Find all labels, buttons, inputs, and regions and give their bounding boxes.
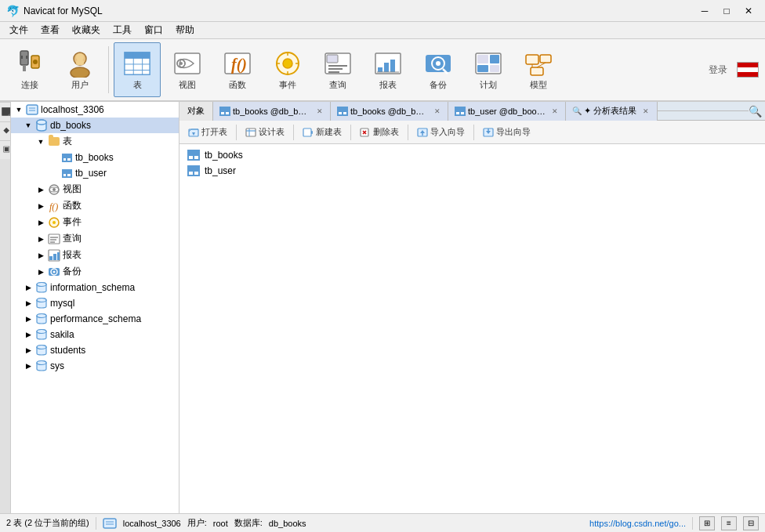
- menubar-item-帮助[interactable]: 帮助: [169, 22, 201, 38]
- query-button[interactable]: 查询: [314, 42, 361, 97]
- tree-perf-schema[interactable]: ▶ performance_schema: [11, 311, 179, 327]
- tab-tb-books-2[interactable]: tb_books @db_book... ✕: [331, 102, 448, 121]
- tree-expand-sakila[interactable]: ▶: [24, 330, 33, 339]
- tree-expand-query[interactable]: ▶: [36, 234, 45, 244]
- report-button[interactable]: 报表: [364, 42, 412, 97]
- plan-icon: [474, 49, 502, 78]
- tree-connection[interactable]: ▼ localhost_3306: [11, 102, 179, 118]
- tree-info-schema[interactable]: ▶ information_schema: [11, 280, 179, 295]
- mysql-icon: [35, 297, 48, 309]
- tree-expand-sys[interactable]: ▶: [24, 361, 33, 371]
- obj-label: 对象: [179, 102, 213, 121]
- tree-expand-mysql[interactable]: ▶: [24, 299, 33, 308]
- database-icon: [35, 119, 48, 132]
- table-button[interactable]: 表: [114, 42, 161, 97]
- new-table-button[interactable]: 新建表: [297, 123, 347, 142]
- tree-sakila[interactable]: ▶ sakila: [11, 327, 179, 342]
- tree-expand-table[interactable]: ▼: [36, 137, 45, 147]
- func-button[interactable]: f() 函数: [214, 42, 261, 97]
- tab-close-3[interactable]: ✕: [550, 107, 559, 116]
- close-button[interactable]: ✕: [738, 3, 759, 19]
- event-button[interactable]: 事件: [264, 42, 311, 97]
- tree-backup-folder[interactable]: ▶ 备份: [11, 263, 179, 280]
- tb-books-icon: [60, 151, 73, 164]
- content-area: 对象 tb_books @db_book... ✕ tb_books @db_b…: [179, 102, 765, 513]
- svg-text:f(): f(): [231, 56, 247, 74]
- tree-view-folder[interactable]: ▶ 视图: [11, 181, 179, 197]
- tree-database[interactable]: ▼ db_books: [11, 118, 179, 133]
- edge-tab-1[interactable]: ⬛: [0, 102, 10, 121]
- tab-search-button[interactable]: 🔍: [749, 105, 762, 118]
- user-button[interactable]: 用户: [56, 42, 103, 97]
- tree-expand-backup[interactable]: ▶: [36, 267, 45, 277]
- minimize-button[interactable]: ─: [694, 3, 715, 19]
- delete-table-button[interactable]: 删除表: [354, 123, 404, 142]
- tree-expand-report[interactable]: ▶: [36, 251, 45, 260]
- tree-table-folder[interactable]: ▼ 表: [11, 133, 179, 150]
- svg-rect-70: [53, 254, 56, 260]
- tree-func-folder[interactable]: ▶ f() 函数: [11, 197, 179, 214]
- tree-report-folder[interactable]: ▶ 报表: [11, 247, 179, 263]
- svg-point-7: [71, 67, 89, 78]
- svg-point-76: [37, 283, 46, 287]
- event-folder-icon: [48, 216, 60, 229]
- content-tb-user[interactable]: tb_user: [183, 163, 762, 179]
- perf-schema-icon: [35, 313, 48, 325]
- connection-label: localhost_3306: [41, 104, 104, 115]
- status-count: 2 表 (2 位于当前的组): [6, 517, 89, 529]
- edge-tab-2[interactable]: ◆: [0, 121, 10, 140]
- menubar-item-窗口[interactable]: 窗口: [138, 22, 169, 38]
- backup-button[interactable]: 备份: [415, 42, 462, 97]
- svg-rect-47: [490, 65, 499, 72]
- login-text[interactable]: 登录: [702, 63, 734, 77]
- tree-expand-connection[interactable]: ▼: [14, 105, 24, 114]
- view-detail-button[interactable]: ⊟: [743, 516, 759, 530]
- tree-expand-view[interactable]: ▶: [36, 185, 45, 194]
- model-button[interactable]: 模型: [515, 42, 562, 97]
- content-tb-books[interactable]: tb_books: [183, 147, 762, 163]
- export-label: 导出向导: [496, 126, 531, 138]
- view-folder-icon: [48, 183, 60, 196]
- tree-event-folder[interactable]: ▶ 事件: [11, 214, 179, 230]
- tree-expand-db[interactable]: ▼: [24, 121, 33, 130]
- menubar-item-工具[interactable]: 工具: [107, 22, 138, 38]
- tab-tb-books-1[interactable]: tb_books @db_book... ✕: [213, 102, 331, 121]
- tree-expand-func[interactable]: ▶: [36, 201, 45, 211]
- view-grid-button[interactable]: ⊞: [699, 516, 715, 530]
- view-list-button[interactable]: ≡: [721, 516, 737, 530]
- plan-button[interactable]: 计划: [465, 42, 512, 97]
- titlebar: 🐬 Navicat for MySQL ─ □ ✕: [0, 0, 765, 22]
- tree-students[interactable]: ▶ students: [11, 342, 179, 358]
- import-button[interactable]: 导入向导: [412, 123, 470, 142]
- tree-expand-tb-user: [49, 168, 58, 178]
- edge-tab-3[interactable]: ▣: [0, 140, 10, 159]
- tab-close-1[interactable]: ✕: [315, 107, 324, 116]
- tree-expand-event[interactable]: ▶: [36, 218, 45, 227]
- status-conn-icon: [103, 516, 117, 530]
- svg-point-80: [37, 314, 46, 318]
- tree-tb-user[interactable]: tb_user: [11, 165, 179, 181]
- tab-close-2[interactable]: ✕: [433, 107, 441, 116]
- design-table-button[interactable]: 设计表: [240, 123, 290, 142]
- open-table-button[interactable]: 打开表: [183, 123, 233, 142]
- tab-result[interactable]: 🔍 ✦ 分析表结果 ✕: [566, 102, 658, 121]
- tab-tb-user[interactable]: tb_user @db_books ... ✕: [448, 102, 566, 121]
- menubar-item-查看[interactable]: 查看: [34, 22, 66, 38]
- tree-expand-info[interactable]: ▶: [24, 283, 33, 292]
- tree-sys[interactable]: ▶ sys: [11, 358, 179, 374]
- tree-expand-students[interactable]: ▶: [24, 346, 33, 355]
- export-button[interactable]: 导出向导: [477, 123, 536, 142]
- app-title: Navicat for MySQL: [24, 5, 694, 16]
- toolbar-separator-1: [108, 46, 109, 93]
- tree-expand-perf[interactable]: ▶: [24, 314, 33, 324]
- tree-mysql[interactable]: ▶ mysql: [11, 295, 179, 311]
- tree-tb-books[interactable]: tb_books: [11, 150, 179, 165]
- tree-query-folder[interactable]: ▶ 查询: [11, 230, 179, 247]
- view-button[interactable]: 视图: [164, 42, 211, 97]
- tab-close-4[interactable]: ✕: [641, 107, 651, 116]
- connect-button[interactable]: 连接: [6, 42, 53, 97]
- menubar-item-文件[interactable]: 文件: [3, 22, 34, 38]
- menubar-item-收藏夹[interactable]: 收藏夹: [66, 22, 107, 38]
- svg-point-24: [283, 59, 292, 68]
- maximize-button[interactable]: □: [716, 3, 737, 19]
